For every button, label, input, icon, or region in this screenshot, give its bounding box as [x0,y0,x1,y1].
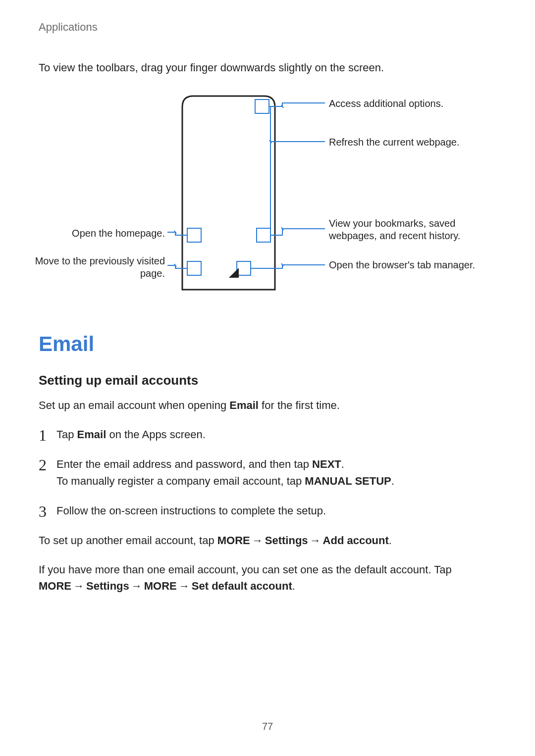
bold-add-account: Add account [323,534,389,547]
arrow-icon: → [308,534,323,547]
text: Tap [56,428,77,441]
browser-diagram: Access additional options. Refresh the c… [39,90,496,298]
step-number: 2 [39,453,47,478]
arrow-icon: → [129,580,144,592]
bold-more: MORE [144,580,177,592]
text: To set up another email account, tap [39,534,217,547]
bold-email: Email [77,428,107,441]
intro-text: To view the toolbars, drag your finger d… [39,60,496,76]
text: . [341,458,344,470]
callout-back: Move to the previously visited page. [34,255,165,280]
callout-options: Access additional options. [329,98,492,110]
text: Set up an email account when opening [39,399,229,411]
arrow-icon: → [250,534,265,547]
manual-page: Applications To view the toolbars, drag … [0,0,535,756]
text: . [292,580,295,592]
section-title-email: Email [39,332,496,356]
callout-refresh: Refresh the current webpage. [329,136,492,149]
callout-home: Open the homepage. [34,227,165,240]
arrow-icon: → [177,580,192,592]
text: Follow the on-screen instructions to com… [56,504,326,517]
page-number: 77 [0,721,535,732]
bold-manual-setup: MANUAL SETUP [305,475,391,487]
another-account-para: To set up another email account, tap MOR… [39,532,496,549]
step-2: 2 Enter the email address and password, … [39,456,496,490]
bold-settings: Settings [265,534,308,547]
step-number: 3 [39,500,47,524]
text: . [391,475,394,487]
bold-email: Email [229,399,259,411]
text: . [389,534,392,547]
step-1: 1 Tap Email on the Apps screen. [39,426,496,443]
callout-bookmarks: View your bookmarks, saved webpages, and… [329,217,492,243]
bold-more: MORE [39,580,71,592]
bold-next: NEXT [312,458,341,470]
bold-more: MORE [217,534,250,547]
text: on the Apps screen. [106,428,206,441]
text: Enter the email address and password, an… [56,458,312,470]
step-3: 3 Follow the on-screen instructions to c… [39,503,496,519]
bold-set-default: Set default account [192,580,292,592]
arrow-icon: → [71,580,86,592]
default-account-para: If you have more than one email account,… [39,561,496,594]
bold-settings: Settings [86,580,129,592]
breadcrumb: Applications [39,21,496,34]
step-number: 1 [39,423,47,448]
callout-tabs: Open the browser's tab manager. [329,259,492,272]
text: for the first time. [259,399,340,411]
text: To manually register a company email acc… [56,475,305,487]
steps-list: 1 Tap Email on the Apps screen. 2 Enter … [39,426,496,519]
text: If you have more than one email account,… [39,563,452,576]
setup-intro: Set up an email account when opening Ema… [39,397,496,413]
subsection-title: Setting up email accounts [39,373,496,388]
